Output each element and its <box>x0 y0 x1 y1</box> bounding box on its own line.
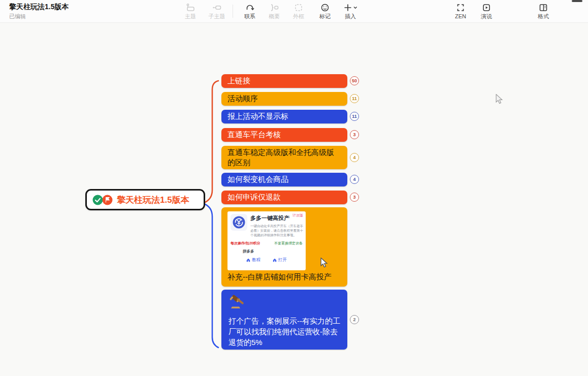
toolbar-label-format: 格式 <box>529 13 558 20</box>
plugin-tutorial-link: 教程 <box>246 257 260 263</box>
topic-icon <box>176 2 205 13</box>
document-meta: 擎天柱玩法1.5版本 已编辑 <box>9 3 69 20</box>
marker-icon <box>311 2 339 13</box>
topic-shanglianjie[interactable]: 上链接 <box>221 74 347 88</box>
topic-zhitongche-kaohe[interactable]: 直通车平台考核 <box>221 128 347 142</box>
toolbar-label-present: 演说 <box>472 13 501 20</box>
topic-label: 如何裂变机会商品 <box>227 175 288 184</box>
topic-label: 活动顺序 <box>227 94 258 104</box>
topic-count-badge[interactable]: 11 <box>350 112 359 121</box>
toolbar-button-marker[interactable]: 标记 <box>311 2 339 20</box>
toolbar-button-zen[interactable]: ZEN <box>446 2 475 20</box>
toolbar-label-insert: 插入 <box>336 13 365 20</box>
topic-count-badge[interactable]: 3 <box>350 130 359 139</box>
check-icon[interactable] <box>92 195 103 205</box>
home-icon <box>273 258 277 262</box>
plugin-open-link: 打开 <box>273 257 287 263</box>
document-title: 擎天柱玩法1.5版本 <box>9 3 69 11</box>
plugin-warning-note: 不要更换绑定设备 <box>274 241 303 246</box>
home-icon <box>246 258 250 262</box>
plugin-description: 一键自动化卡高投产开车（开车老手必看）安装前，请点击教程里看第十个视频的详细操作… <box>250 224 304 237</box>
topic-count-badge[interactable]: 4 <box>350 153 359 162</box>
present-icon <box>472 2 501 13</box>
insert-icon <box>336 2 365 13</box>
subtopic-icon <box>203 2 231 13</box>
titlebar: 擎天柱玩法1.5版本 已编辑 主题 子主题 联系 <box>0 0 588 23</box>
topic-label: 直通车稳定高级版和全托高级版的区别 <box>227 147 341 168</box>
topic-huodong-shunxu[interactable]: 活动顺序 <box>221 92 347 106</box>
plugin-cost-note: 每次操作/扣20积分 <box>231 241 260 246</box>
plugin-platform: 拼多多 <box>243 249 303 254</box>
flag-icon[interactable] <box>102 195 113 205</box>
toolbar-button-insert[interactable]: 插入 <box>336 2 365 20</box>
mouse-cursor-secondary <box>495 94 503 104</box>
gavel-icon <box>228 295 249 312</box>
topic-label: 补充--白牌店铺如何用卡高投产 <box>227 272 332 282</box>
toolbar-divider <box>233 5 233 18</box>
topic-label: 直通车平台考核 <box>227 130 281 140</box>
toolbar-button-present[interactable]: 演说 <box>472 2 501 20</box>
topic-guanggao[interactable]: 打个广告，案例展示--有实力的工厂可以找我们纯佣代运营收-除去退货的5% <box>221 290 347 350</box>
boundary-icon <box>284 2 313 13</box>
topic-shensu-tuikuan[interactable]: 如何申诉仅退款 <box>221 191 347 204</box>
window-drag-handle[interactable] <box>572 0 582 2</box>
toolbar-button-format[interactable]: 格式 <box>529 2 558 20</box>
topic-count-badge[interactable]: 11 <box>350 94 359 103</box>
mindmap-canvas[interactable]: 擎天柱玩法1.5版本 上链接 活动顺序 报上活动不显示标 直通车平台考核 直通车… <box>0 23 588 376</box>
document-status: 已编辑 <box>9 13 69 20</box>
root-topic[interactable]: 擎天柱玩法1.5版本 <box>85 189 205 210</box>
topic-count-badge[interactable]: 3 <box>350 193 359 202</box>
toolbar-label-zen: ZEN <box>446 13 475 20</box>
toolbar-label-marker: 标记 <box>311 13 339 20</box>
topic-label: 打个广告，案例展示--有实力的工厂可以找我们纯佣代运营收-除去退货的5% <box>228 316 340 348</box>
toolbar-label-boundary: 外框 <box>284 13 313 20</box>
plugin-app-icon <box>231 214 247 231</box>
topic-count-badge[interactable]: 50 <box>350 76 359 85</box>
toolbar-label-subtopic: 子主题 <box>203 13 231 20</box>
root-topic-label: 擎天柱玩法1.5版本 <box>117 194 189 206</box>
topic-label: 上链接 <box>227 76 250 86</box>
plugin-version-tag: 计次版 <box>292 213 303 218</box>
embedded-plugin-card: 计次版 多多一键高投产 一键自动化卡高投产开车（开车老手必看）安装前，请点击教程… <box>227 211 306 270</box>
toolbar-button-subtopic[interactable]: 子主题 <box>203 2 231 20</box>
toolbar-label-topic: 主题 <box>176 13 205 20</box>
zen-icon <box>446 2 475 13</box>
topic-zhitongche-qubie[interactable]: 直通车稳定高级版和全托高级版的区别 <box>221 146 347 169</box>
topic-label: 如何申诉仅退款 <box>227 193 281 202</box>
mouse-cursor <box>320 258 328 268</box>
topic-count-badge[interactable]: 2 <box>350 315 359 324</box>
topic-liebian-shangpin[interactable]: 如何裂变机会商品 <box>221 173 347 186</box>
toolbar-button-boundary[interactable]: 外框 <box>284 2 313 20</box>
topic-label: 报上活动不显示标 <box>227 112 288 121</box>
topic-buchong-gaotouchan[interactable]: 计次版 多多一键高投产 一键自动化卡高投产开车（开车老手必看）安装前，请点击教程… <box>221 207 347 287</box>
topic-count-badge[interactable]: 4 <box>350 175 359 184</box>
branch-brace <box>201 74 223 376</box>
format-icon <box>529 2 558 13</box>
topic-baoshang-huodong[interactable]: 报上活动不显示标 <box>221 110 347 123</box>
toolbar-button-topic[interactable]: 主题 <box>176 2 205 20</box>
